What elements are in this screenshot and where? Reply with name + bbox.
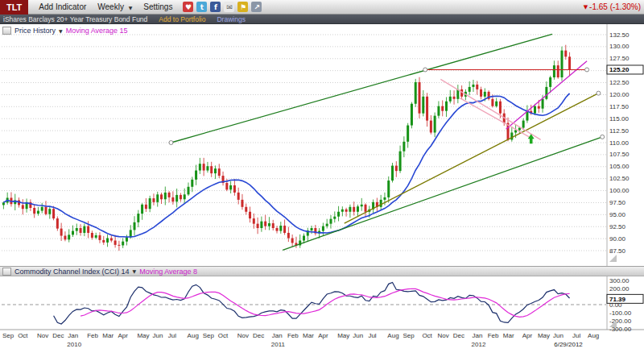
svg-text:Jul: Jul (168, 332, 176, 339)
symbol-badge[interactable]: TLT (0, 0, 28, 15)
svg-text:92.50: 92.50 (609, 223, 626, 230)
drawings-link[interactable]: Drawings (217, 15, 245, 23)
svg-text:-200.00: -200.00 (609, 318, 632, 325)
svg-text:2010: 2010 (67, 341, 81, 348)
svg-text:2012: 2012 (472, 341, 486, 348)
svg-text:Oct: Oct (218, 332, 229, 339)
svg-text:117.50: 117.50 (609, 103, 629, 110)
svg-text:Jan: Jan (272, 332, 283, 339)
svg-text:Jun: Jun (153, 332, 163, 339)
svg-text:115.00: 115.00 (609, 115, 629, 122)
svg-text:300.00: 300.00 (609, 277, 630, 284)
svg-text:Jul: Jul (368, 332, 376, 339)
panel-menu-icon[interactable] (2, 27, 11, 35)
drawing-handle[interactable] (601, 135, 605, 139)
chevron-down-icon[interactable]: ▼ (59, 28, 63, 34)
svg-text:71.39: 71.39 (609, 296, 626, 303)
email-icon[interactable]: ✉ (224, 2, 234, 12)
instrument-name: iShares Barclays 20+ Year Treasury Bond … (3, 15, 147, 23)
svg-text:Dec: Dec (253, 332, 264, 339)
svg-text:Jan: Jan (68, 332, 78, 339)
chart-canvas[interactable]: 132.50130.00127.50125.00122.50120.00117.… (0, 24, 644, 357)
cci-ma-label[interactable]: Moving Average 8 (139, 268, 197, 276)
svg-text:130.00: 130.00 (609, 43, 630, 50)
chevron-down-icon: ▼ (129, 5, 133, 10)
main-toolbar: TLT Add Indicator Weekly ▼ Settings ♥tf✉… (0, 0, 644, 15)
share-icon[interactable]: ↗ (251, 2, 262, 12)
svg-text:Aug: Aug (188, 332, 199, 339)
last-date-label: 6/29/2012 (554, 341, 583, 348)
toolbar-icons: ♥tf✉⚑↗ (183, 2, 265, 12)
panel-menu-icon[interactable] (2, 268, 11, 276)
cci-value-box: 71.39 (607, 294, 643, 303)
heart-icon[interactable]: ♥ (183, 2, 193, 12)
svg-text:Nov: Nov (438, 332, 449, 339)
svg-text:90.00: 90.00 (609, 235, 626, 243)
svg-text:Apr: Apr (118, 332, 129, 339)
settings-button[interactable]: Settings (138, 2, 178, 11)
svg-text:May: May (137, 332, 149, 339)
price-history-label[interactable]: Price History (14, 27, 56, 35)
svg-text:Mar: Mar (303, 332, 314, 339)
svg-text:May: May (538, 332, 550, 339)
svg-text:Nov: Nov (237, 332, 249, 339)
svg-text:110.00: 110.00 (609, 139, 629, 147)
cci-panel-header: Commodity Channel Index (CCI) 14 ▼ Movin… (0, 266, 644, 276)
svg-text:Aug: Aug (387, 332, 398, 339)
svg-text:97.50: 97.50 (609, 199, 626, 206)
svg-text:87.50: 87.50 (609, 247, 626, 255)
svg-text:Feb: Feb (287, 332, 299, 339)
svg-text:120.00: 120.00 (609, 91, 630, 98)
svg-text:127.50: 127.50 (609, 55, 630, 62)
svg-text:Jan: Jan (473, 332, 483, 339)
svg-text:-100.00: -100.00 (609, 309, 632, 317)
svg-text:107.50: 107.50 (609, 151, 630, 158)
add-indicator-button[interactable]: Add Indicator (33, 2, 92, 11)
svg-text:125.20: 125.20 (609, 66, 630, 73)
svg-text:2011: 2011 (271, 341, 286, 348)
symbol-info-bar: iShares Barclays 20+ Year Treasury Bond … (0, 15, 644, 24)
svg-text:102.50: 102.50 (609, 175, 630, 182)
svg-text:Apr: Apr (318, 332, 328, 339)
down-triangle-icon: ▼ (584, 4, 588, 10)
chevron-down-icon[interactable]: ▼ (133, 268, 137, 274)
svg-text:112.50: 112.50 (609, 127, 629, 135)
chart-region: 132.50130.00127.50125.00122.50120.00117.… (0, 24, 644, 357)
cci-label[interactable]: Commodity Channel Index (CCI) 14 (14, 268, 130, 276)
moving-average-label[interactable]: Moving Average 15 (66, 27, 128, 35)
svg-text:Oct: Oct (422, 332, 432, 339)
drawing-handle[interactable] (597, 91, 601, 95)
svg-text:95.00: 95.00 (609, 211, 626, 218)
svg-text:Jun: Jun (353, 332, 363, 339)
svg-text:122.50: 122.50 (609, 79, 630, 86)
add-to-portfolio-link[interactable]: Add to Portfolio (159, 15, 205, 23)
drawing-handle[interactable] (423, 68, 427, 72)
svg-text:Feb: Feb (488, 332, 499, 339)
svg-text:Sep: Sep (203, 332, 215, 339)
interval-value: Weekly (97, 2, 124, 11)
interval-dropdown[interactable]: Weekly ▼ (92, 2, 138, 11)
svg-text:Mar: Mar (503, 332, 514, 339)
svg-text:200.00: 200.00 (609, 285, 630, 293)
last-price-box: 125.20 (607, 65, 643, 74)
svg-text:Jul: Jul (572, 332, 580, 339)
svg-text:Oct: Oct (18, 332, 28, 339)
charting-app: TLT Add Indicator Weekly ▼ Settings ♥tf✉… (0, 0, 644, 357)
flag-icon[interactable]: ⚑ (237, 2, 248, 12)
svg-text:132.50: 132.50 (609, 31, 630, 39)
svg-text:Dec: Dec (453, 332, 464, 339)
svg-text:Nov: Nov (37, 332, 48, 339)
twitter-icon[interactable]: t (196, 2, 207, 12)
svg-text:Mar: Mar (102, 332, 114, 339)
price-panel-legend: Price History ▼ Moving Average 15 (2, 27, 128, 35)
svg-text:Sep: Sep (402, 332, 415, 339)
svg-text:Apr: Apr (522, 332, 533, 339)
drawing-handle[interactable] (585, 68, 589, 72)
facebook-icon[interactable]: f (210, 2, 221, 12)
svg-text:Dec: Dec (52, 332, 64, 339)
svg-text:Sep: Sep (2, 332, 14, 339)
svg-text:Aug: Aug (588, 332, 599, 339)
svg-text:Feb: Feb (87, 332, 98, 339)
drawing-handle[interactable] (169, 141, 173, 145)
change-text: -1.65 (-1.30%) (589, 2, 641, 11)
